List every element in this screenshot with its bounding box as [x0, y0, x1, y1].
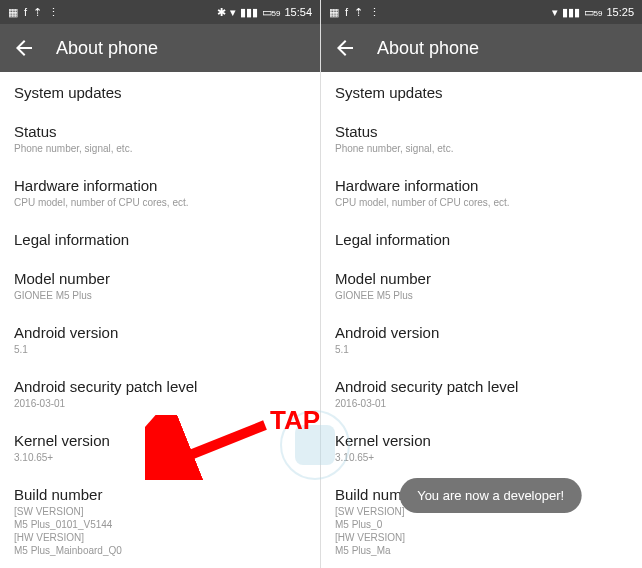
item-subtitle: Phone number, signal, etc. [14, 142, 306, 155]
item-title: System updates [335, 84, 628, 101]
item-title: Android security patch level [14, 378, 306, 395]
gallery-icon: ▦ [329, 6, 339, 19]
appbar: About phone [0, 24, 320, 72]
signal-icon: ▮▮▮ [240, 6, 258, 19]
item-subtitle: Phone number, signal, etc. [335, 142, 628, 155]
statusbar: ▦ f ⇡ ⋮ ✱ ▾ ▮▮▮ ▭59 15:54 [0, 0, 320, 24]
list-item[interactable]: Hardware informationCPU model, number of… [0, 165, 320, 219]
item-title: Hardware information [14, 177, 306, 194]
wifi-icon: ▾ [230, 6, 236, 19]
item-title: Legal information [335, 231, 628, 248]
list-item[interactable]: Model numberGIONEE M5 Plus [321, 258, 642, 312]
facebook-icon: f [24, 6, 27, 19]
more-icon: ⋮ [369, 6, 380, 19]
list-item[interactable]: Hardware informationCPU model, number of… [321, 165, 642, 219]
item-title: Kernel version [335, 432, 628, 449]
upload-icon: ⇡ [354, 6, 363, 19]
page-title: About phone [377, 38, 479, 59]
item-subtitle: CPU model, number of CPU cores, ect. [335, 196, 628, 209]
statusbar: ▦ f ⇡ ⋮ ▾ ▮▮▮ ▭59 15:25 [321, 0, 642, 24]
screen-right: ▦ f ⇡ ⋮ ▾ ▮▮▮ ▭59 15:25 About phone Syst… [321, 0, 642, 568]
item-subtitle: 3.10.65+ [14, 451, 306, 464]
list-item[interactable]: StatusPhone number, signal, etc. [321, 111, 642, 165]
item-title: Build number [14, 486, 306, 503]
item-subtitle: 2016-03-01 [14, 397, 306, 410]
list-item[interactable]: Build number[SW VERSION] M5 Plus_0101_V5… [0, 474, 320, 567]
list-item[interactable]: Android version5.1 [0, 312, 320, 366]
list-item[interactable]: Android security patch level2016-03-01 [0, 366, 320, 420]
list-item[interactable]: Kernel version3.10.65+ [321, 420, 642, 474]
wifi-icon: ▾ [552, 6, 558, 19]
item-subtitle: 3.10.65+ [335, 451, 628, 464]
item-title: Status [335, 123, 628, 140]
item-subtitle: CPU model, number of CPU cores, ect. [14, 196, 306, 209]
item-subtitle: GIONEE M5 Plus [335, 289, 628, 302]
item-title: System updates [14, 84, 306, 101]
signal-icon: ▮▮▮ [562, 6, 580, 19]
item-title: Legal information [14, 231, 306, 248]
appbar: About phone [321, 24, 642, 72]
item-subtitle: 5.1 [335, 343, 628, 356]
item-title: Kernel version [14, 432, 306, 449]
more-icon: ⋮ [48, 6, 59, 19]
battery-icon: ▭59 [262, 6, 281, 19]
page-title: About phone [56, 38, 158, 59]
item-title: Model number [14, 270, 306, 287]
item-subtitle: [SW VERSION] M5 Plus_0101_V5144 [HW VERS… [14, 505, 306, 557]
settings-list[interactable]: System updatesStatusPhone number, signal… [0, 72, 320, 568]
list-item[interactable]: System updates [0, 72, 320, 111]
toast-developer: You are now a developer! [399, 478, 582, 513]
list-item[interactable]: Android version5.1 [321, 312, 642, 366]
battery-icon: ▭59 [584, 6, 603, 19]
gallery-icon: ▦ [8, 6, 18, 19]
item-title: Model number [335, 270, 628, 287]
screen-left: ▦ f ⇡ ⋮ ✱ ▾ ▮▮▮ ▭59 15:54 About phone Sy… [0, 0, 321, 568]
watermark-icon [280, 410, 350, 480]
facebook-icon: f [345, 6, 348, 19]
item-title: Hardware information [335, 177, 628, 194]
item-subtitle: 5.1 [14, 343, 306, 356]
back-icon[interactable] [12, 36, 36, 60]
list-item[interactable]: Legal information [321, 219, 642, 258]
upload-icon: ⇡ [33, 6, 42, 19]
item-title: Android version [335, 324, 628, 341]
clock: 15:54 [284, 6, 312, 18]
item-title: Android security patch level [335, 378, 628, 395]
list-item[interactable]: Legal information [0, 219, 320, 258]
list-item[interactable]: StatusPhone number, signal, etc. [0, 111, 320, 165]
clock: 15:25 [606, 6, 634, 18]
item-subtitle: 2016-03-01 [335, 397, 628, 410]
bluetooth-icon: ✱ [217, 6, 226, 19]
list-item[interactable]: Android security patch level2016-03-01 [321, 366, 642, 420]
item-subtitle: GIONEE M5 Plus [14, 289, 306, 302]
item-title: Status [14, 123, 306, 140]
list-item[interactable]: System updates [321, 72, 642, 111]
back-icon[interactable] [333, 36, 357, 60]
list-item[interactable]: Model numberGIONEE M5 Plus [0, 258, 320, 312]
list-item[interactable]: Kernel version3.10.65+ [0, 420, 320, 474]
item-title: Android version [14, 324, 306, 341]
